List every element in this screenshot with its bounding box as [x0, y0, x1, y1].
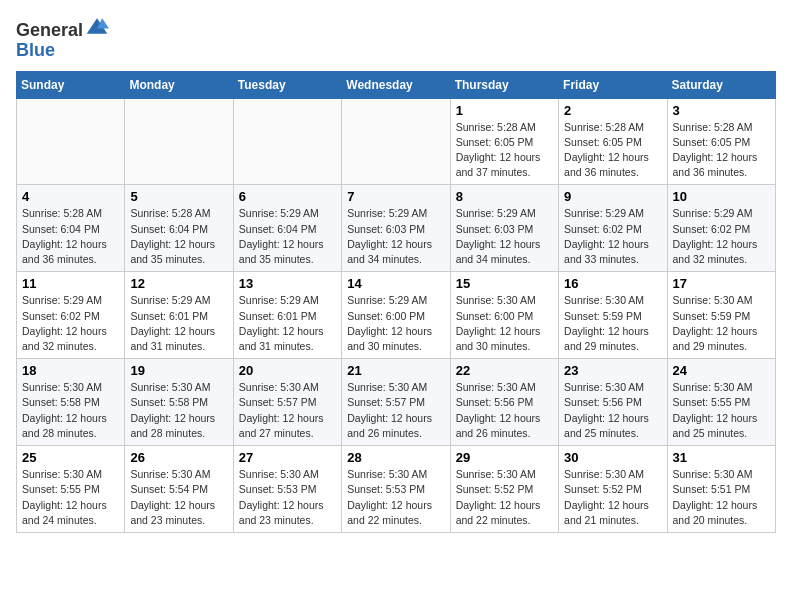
day-info: Sunrise: 5:29 AM Sunset: 6:01 PM Dayligh…: [239, 293, 336, 354]
page-header: General Blue: [16, 16, 776, 61]
calendar-cell: 9Sunrise: 5:29 AM Sunset: 6:02 PM Daylig…: [559, 185, 667, 272]
day-number: 14: [347, 276, 444, 291]
day-number: 13: [239, 276, 336, 291]
calendar-cell: 2Sunrise: 5:28 AM Sunset: 6:05 PM Daylig…: [559, 98, 667, 185]
calendar-cell: 28Sunrise: 5:30 AM Sunset: 5:53 PM Dayli…: [342, 446, 450, 533]
calendar-cell: 16Sunrise: 5:30 AM Sunset: 5:59 PM Dayli…: [559, 272, 667, 359]
week-row-1: 1Sunrise: 5:28 AM Sunset: 6:05 PM Daylig…: [17, 98, 776, 185]
calendar-cell: 20Sunrise: 5:30 AM Sunset: 5:57 PM Dayli…: [233, 359, 341, 446]
day-info: Sunrise: 5:30 AM Sunset: 5:55 PM Dayligh…: [22, 467, 119, 528]
day-number: 11: [22, 276, 119, 291]
day-number: 15: [456, 276, 553, 291]
calendar-cell: 13Sunrise: 5:29 AM Sunset: 6:01 PM Dayli…: [233, 272, 341, 359]
week-row-5: 25Sunrise: 5:30 AM Sunset: 5:55 PM Dayli…: [17, 446, 776, 533]
day-number: 30: [564, 450, 661, 465]
calendar-cell: 12Sunrise: 5:29 AM Sunset: 6:01 PM Dayli…: [125, 272, 233, 359]
calendar-cell: 15Sunrise: 5:30 AM Sunset: 6:00 PM Dayli…: [450, 272, 558, 359]
week-row-2: 4Sunrise: 5:28 AM Sunset: 6:04 PM Daylig…: [17, 185, 776, 272]
day-number: 17: [673, 276, 770, 291]
day-number: 10: [673, 189, 770, 204]
day-number: 4: [22, 189, 119, 204]
calendar-cell: 27Sunrise: 5:30 AM Sunset: 5:53 PM Dayli…: [233, 446, 341, 533]
day-number: 25: [22, 450, 119, 465]
calendar-cell: 14Sunrise: 5:29 AM Sunset: 6:00 PM Dayli…: [342, 272, 450, 359]
day-number: 26: [130, 450, 227, 465]
day-number: 28: [347, 450, 444, 465]
day-info: Sunrise: 5:28 AM Sunset: 6:04 PM Dayligh…: [130, 206, 227, 267]
calendar-table: SundayMondayTuesdayWednesdayThursdayFrid…: [16, 71, 776, 533]
calendar-cell: 23Sunrise: 5:30 AM Sunset: 5:56 PM Dayli…: [559, 359, 667, 446]
day-number: 21: [347, 363, 444, 378]
day-number: 5: [130, 189, 227, 204]
day-info: Sunrise: 5:29 AM Sunset: 6:01 PM Dayligh…: [130, 293, 227, 354]
calendar-cell: 30Sunrise: 5:30 AM Sunset: 5:52 PM Dayli…: [559, 446, 667, 533]
calendar-cell: [125, 98, 233, 185]
day-number: 3: [673, 103, 770, 118]
day-info: Sunrise: 5:29 AM Sunset: 6:03 PM Dayligh…: [456, 206, 553, 267]
calendar-cell: 8Sunrise: 5:29 AM Sunset: 6:03 PM Daylig…: [450, 185, 558, 272]
day-info: Sunrise: 5:30 AM Sunset: 5:55 PM Dayligh…: [673, 380, 770, 441]
calendar-cell: 1Sunrise: 5:28 AM Sunset: 6:05 PM Daylig…: [450, 98, 558, 185]
day-info: Sunrise: 5:30 AM Sunset: 5:58 PM Dayligh…: [22, 380, 119, 441]
week-row-3: 11Sunrise: 5:29 AM Sunset: 6:02 PM Dayli…: [17, 272, 776, 359]
calendar-cell: 29Sunrise: 5:30 AM Sunset: 5:52 PM Dayli…: [450, 446, 558, 533]
day-number: 6: [239, 189, 336, 204]
column-header-monday: Monday: [125, 71, 233, 98]
calendar-cell: 17Sunrise: 5:30 AM Sunset: 5:59 PM Dayli…: [667, 272, 775, 359]
day-info: Sunrise: 5:30 AM Sunset: 5:59 PM Dayligh…: [564, 293, 661, 354]
day-number: 29: [456, 450, 553, 465]
day-number: 31: [673, 450, 770, 465]
day-number: 23: [564, 363, 661, 378]
column-header-thursday: Thursday: [450, 71, 558, 98]
logo-icon: [85, 16, 109, 36]
calendar-cell: 10Sunrise: 5:29 AM Sunset: 6:02 PM Dayli…: [667, 185, 775, 272]
column-header-saturday: Saturday: [667, 71, 775, 98]
calendar-cell: 26Sunrise: 5:30 AM Sunset: 5:54 PM Dayli…: [125, 446, 233, 533]
day-info: Sunrise: 5:29 AM Sunset: 6:02 PM Dayligh…: [564, 206, 661, 267]
day-info: Sunrise: 5:28 AM Sunset: 6:05 PM Dayligh…: [456, 120, 553, 181]
column-header-friday: Friday: [559, 71, 667, 98]
calendar-cell: 24Sunrise: 5:30 AM Sunset: 5:55 PM Dayli…: [667, 359, 775, 446]
day-number: 2: [564, 103, 661, 118]
day-info: Sunrise: 5:29 AM Sunset: 6:02 PM Dayligh…: [22, 293, 119, 354]
day-info: Sunrise: 5:30 AM Sunset: 5:53 PM Dayligh…: [347, 467, 444, 528]
day-number: 16: [564, 276, 661, 291]
calendar-cell: 7Sunrise: 5:29 AM Sunset: 6:03 PM Daylig…: [342, 185, 450, 272]
column-header-sunday: Sunday: [17, 71, 125, 98]
day-number: 1: [456, 103, 553, 118]
day-info: Sunrise: 5:30 AM Sunset: 5:56 PM Dayligh…: [564, 380, 661, 441]
day-info: Sunrise: 5:30 AM Sunset: 5:59 PM Dayligh…: [673, 293, 770, 354]
calendar-cell: 31Sunrise: 5:30 AM Sunset: 5:51 PM Dayli…: [667, 446, 775, 533]
column-header-wednesday: Wednesday: [342, 71, 450, 98]
day-info: Sunrise: 5:28 AM Sunset: 6:05 PM Dayligh…: [673, 120, 770, 181]
day-info: Sunrise: 5:28 AM Sunset: 6:04 PM Dayligh…: [22, 206, 119, 267]
day-number: 12: [130, 276, 227, 291]
calendar-cell: 5Sunrise: 5:28 AM Sunset: 6:04 PM Daylig…: [125, 185, 233, 272]
day-number: 9: [564, 189, 661, 204]
day-info: Sunrise: 5:28 AM Sunset: 6:05 PM Dayligh…: [564, 120, 661, 181]
day-number: 22: [456, 363, 553, 378]
day-info: Sunrise: 5:30 AM Sunset: 5:53 PM Dayligh…: [239, 467, 336, 528]
calendar-cell: 21Sunrise: 5:30 AM Sunset: 5:57 PM Dayli…: [342, 359, 450, 446]
day-info: Sunrise: 5:30 AM Sunset: 6:00 PM Dayligh…: [456, 293, 553, 354]
calendar-cell: 19Sunrise: 5:30 AM Sunset: 5:58 PM Dayli…: [125, 359, 233, 446]
day-info: Sunrise: 5:30 AM Sunset: 5:52 PM Dayligh…: [564, 467, 661, 528]
day-info: Sunrise: 5:29 AM Sunset: 6:03 PM Dayligh…: [347, 206, 444, 267]
day-number: 19: [130, 363, 227, 378]
day-info: Sunrise: 5:30 AM Sunset: 5:52 PM Dayligh…: [456, 467, 553, 528]
day-info: Sunrise: 5:30 AM Sunset: 5:56 PM Dayligh…: [456, 380, 553, 441]
day-number: 20: [239, 363, 336, 378]
calendar-cell: 4Sunrise: 5:28 AM Sunset: 6:04 PM Daylig…: [17, 185, 125, 272]
calendar-cell: 22Sunrise: 5:30 AM Sunset: 5:56 PM Dayli…: [450, 359, 558, 446]
calendar-header-row: SundayMondayTuesdayWednesdayThursdayFrid…: [17, 71, 776, 98]
day-info: Sunrise: 5:30 AM Sunset: 5:57 PM Dayligh…: [239, 380, 336, 441]
day-number: 8: [456, 189, 553, 204]
calendar-cell: 6Sunrise: 5:29 AM Sunset: 6:04 PM Daylig…: [233, 185, 341, 272]
day-number: 7: [347, 189, 444, 204]
calendar-cell: 11Sunrise: 5:29 AM Sunset: 6:02 PM Dayli…: [17, 272, 125, 359]
day-info: Sunrise: 5:29 AM Sunset: 6:00 PM Dayligh…: [347, 293, 444, 354]
day-info: Sunrise: 5:29 AM Sunset: 6:02 PM Dayligh…: [673, 206, 770, 267]
column-header-tuesday: Tuesday: [233, 71, 341, 98]
day-info: Sunrise: 5:29 AM Sunset: 6:04 PM Dayligh…: [239, 206, 336, 267]
logo: General Blue: [16, 16, 109, 61]
